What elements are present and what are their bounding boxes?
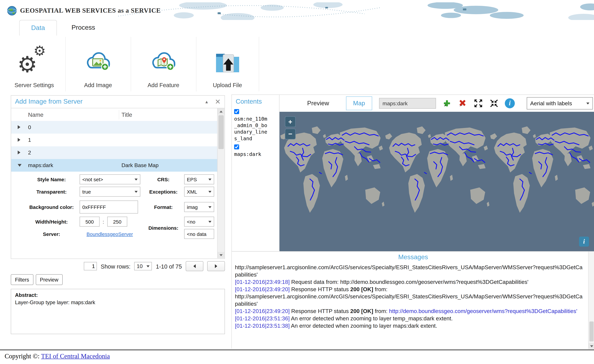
exceptions-label: Exceptions:: [143, 187, 183, 197]
abstract-box: Abstract: Layer-Group type layer: maps:d…: [11, 289, 225, 334]
add-image-cloud-icon: [65, 42, 131, 82]
ribbon-label: Server Settings: [14, 82, 54, 92]
preview-button[interactable]: Preview: [36, 274, 62, 285]
tab-map[interactable]: Map: [346, 96, 372, 110]
log-text: http://sampleserver1.arcgisonline.com/Ar…: [235, 293, 583, 307]
ribbon-server-settings-button[interactable]: ⚙ ⚙ Server Settings: [3, 37, 66, 91]
footer-link[interactable]: TEI of Central Macedonia: [41, 352, 110, 360]
server-settings-gears-icon: ⚙ ⚙: [3, 42, 65, 82]
zoom-out-button[interactable]: −: [285, 129, 296, 139]
chevron-down-icon: [586, 102, 589, 104]
tab-preview[interactable]: Preview: [307, 100, 329, 107]
active-layer-input[interactable]: [379, 98, 436, 109]
zoom-extent-button[interactable]: [472, 98, 485, 109]
log-text: from:: [373, 308, 389, 314]
expander-icon[interactable]: [18, 125, 20, 129]
dimensions-dropdown[interactable]: <no: [184, 217, 214, 226]
next-page-button[interactable]: [207, 261, 225, 271]
messages-scrollbar[interactable]: [588, 251, 594, 349]
format-label: Format:: [143, 199, 183, 215]
ribbon-upload-file-button[interactable]: Upload File: [196, 37, 259, 91]
log-link[interactable]: http://demo.boundlessgeo.com/geoserver/w…: [389, 308, 577, 314]
messages-list: http://sampleserver1.arcgisonline.com/Ar…: [235, 264, 585, 348]
dimensions-value: <no: [187, 219, 195, 225]
dialog-title: Add Image from Server: [15, 98, 205, 106]
tab-data[interactable]: Data: [19, 20, 57, 36]
table-row-selected[interactable]: maps:dark Dark Base Map: [11, 159, 218, 172]
page-number-input[interactable]: [84, 262, 97, 270]
add-layer-button[interactable]: [441, 98, 453, 109]
width-height-label: Width/Height:: [27, 217, 77, 226]
row-name: maps:dark: [28, 162, 53, 168]
messages-title: Messages: [232, 251, 594, 261]
expander-icon[interactable]: [18, 151, 20, 154]
expand-arrows-icon: [474, 99, 482, 108]
ribbon: ⚙ ⚙ Server Settings: [3, 35, 594, 94]
app-header: GEOSPATIAL WEB SERVICES as a SERVICE: [3, 2, 594, 20]
remove-layer-button[interactable]: [456, 98, 469, 109]
width-input[interactable]: [80, 217, 100, 226]
log-line: http://sampleserver1.arcgisonline.com/Ar…: [235, 293, 585, 308]
dialog-close-icon[interactable]: ✕: [215, 98, 221, 106]
log-line: http://sampleserver1.arcgisonline.com/Ar…: [235, 264, 585, 278]
row-name: 2: [28, 149, 31, 156]
expander-icon[interactable]: [18, 138, 20, 142]
tab-process[interactable]: Process: [68, 20, 99, 35]
table-row[interactable]: 1: [11, 134, 218, 146]
column-header-name: Name: [28, 112, 43, 118]
previous-page-button[interactable]: [186, 261, 203, 271]
style-name-dropdown[interactable]: <not set>: [80, 174, 140, 185]
log-line: [01-12-2016|23:49:18] Request data from:…: [235, 278, 585, 286]
add-layer-plus-icon: [442, 99, 451, 108]
basemap-dropdown[interactable]: Aerial with labels: [527, 97, 593, 109]
map-toolbar: Preview Map: [279, 95, 594, 112]
brand: GEOSPATIAL WEB SERVICES as a SERVICE: [7, 6, 161, 16]
collapse-extent-button[interactable]: [488, 98, 500, 109]
table-row[interactable]: 0: [11, 121, 218, 134]
log-line: [01-12-2016|23:49:20] Response HTTP stat…: [235, 286, 585, 293]
server-link[interactable]: BoundlessgeoServer: [87, 231, 133, 237]
table-row[interactable]: 2: [11, 146, 218, 159]
ribbon-add-image-button[interactable]: Add Image: [65, 37, 131, 91]
exceptions-dropdown[interactable]: XML: [184, 187, 214, 197]
format-dropdown[interactable]: imag: [184, 202, 214, 212]
add-feature-cloud-icon: [131, 42, 196, 82]
map-canvas[interactable]: + − i: [279, 112, 594, 251]
basemap-value: Aerial with labels: [530, 100, 572, 106]
scroll-down-icon[interactable]: [218, 252, 224, 258]
log-text: [01-12-2016|23:49:20]: [235, 286, 290, 292]
layer-checkbox[interactable]: [234, 109, 239, 114]
info-icon: i: [505, 98, 515, 108]
ribbon-add-feature-button[interactable]: Add Feature: [131, 37, 196, 91]
table-scrollbar[interactable]: [217, 108, 225, 258]
expander-open-icon[interactable]: [18, 164, 21, 167]
scrollbar-thumb[interactable]: [589, 322, 594, 342]
background-color-input[interactable]: [80, 200, 138, 213]
transparent-dropdown[interactable]: true: [80, 187, 140, 197]
table-header: Name Title: [11, 108, 218, 121]
log-text: http://sampleserver1.arcgisonline.com/Ar…: [235, 264, 583, 278]
layer-checkbox[interactable]: [234, 145, 239, 149]
scrollbar-thumb[interactable]: [218, 115, 224, 149]
filters-button[interactable]: Filters: [11, 274, 33, 285]
dialog-collapse-icon[interactable]: ▲: [205, 99, 209, 104]
layer-info-button[interactable]: i: [504, 98, 516, 109]
scroll-down-icon[interactable]: [589, 343, 594, 349]
page-size-dropdown[interactable]: 10: [135, 262, 152, 270]
style-name-label: Style Name:: [27, 174, 77, 185]
column-header-title: Title: [122, 112, 132, 118]
scroll-up-icon[interactable]: [218, 108, 224, 114]
chevron-down-icon: [135, 179, 138, 180]
map-info-button[interactable]: i: [579, 237, 589, 246]
transparent-label: Transparent:: [27, 187, 77, 197]
app-root: GEOSPATIAL WEB SERVICES as a SERVICE Dat…: [0, 0, 594, 364]
crs-dropdown[interactable]: EPS: [184, 174, 214, 185]
log-text: 200 [OK]: [350, 308, 373, 314]
log-text: An error detected when zooming to layer …: [290, 323, 437, 329]
height-input[interactable]: [107, 217, 127, 226]
zoom-in-button[interactable]: +: [285, 116, 296, 127]
row-name: 1: [28, 137, 31, 143]
chevron-down-icon: [209, 191, 211, 193]
messages-panel: Messages http://sampleserver1.arcgisonli…: [232, 251, 594, 349]
layer-name: osm:ne_110m_admin_0_boundary_lines_land: [234, 116, 268, 142]
